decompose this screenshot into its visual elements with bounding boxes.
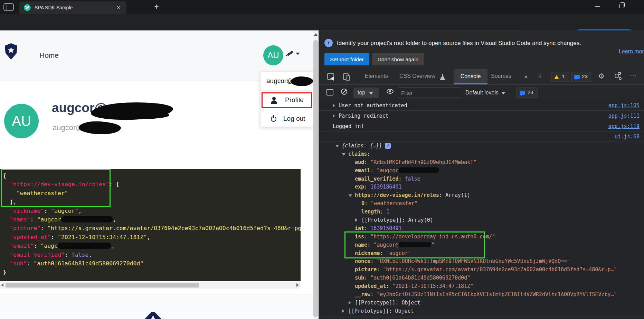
tree-row[interactable]: {claims: {…}}i bbox=[319, 142, 644, 150]
new-tab-button[interactable]: + bbox=[151, 2, 162, 12]
tree-row: sub: "auth0|61a64b81c49d580069270d0d" bbox=[319, 274, 644, 282]
nav-link-home[interactable]: Home bbox=[39, 51, 59, 60]
workspaces-icon[interactable] bbox=[3, 3, 14, 11]
vertical-scrollbar[interactable] bbox=[313, 30, 319, 319]
footer-logo-icon bbox=[144, 312, 162, 319]
redaction-blob bbox=[291, 76, 313, 86]
redaction-blob bbox=[58, 243, 111, 249]
person-icon bbox=[271, 97, 277, 103]
code-line: "name": "augcor, bbox=[3, 215, 301, 224]
info-icon: i bbox=[324, 39, 333, 47]
devtools-infobar: i Identify your project's root folder to… bbox=[319, 30, 644, 69]
annotation-green-box bbox=[1, 169, 111, 207]
source-link[interactable]: app.js:119 bbox=[608, 121, 640, 131]
message-count-badge[interactable]: 23 bbox=[517, 88, 538, 98]
frame-context-select[interactable]: top bbox=[353, 88, 379, 98]
code-line: "sub": "auth0|61a64b81c49d580069270d0d" bbox=[3, 259, 301, 268]
learn-more-link[interactable]: Learn more bbox=[619, 48, 644, 55]
live-expression-eye-icon[interactable] bbox=[387, 89, 394, 94]
scroll-up-icon[interactable] bbox=[314, 33, 318, 36]
tree-row: length: 1 bbox=[319, 208, 644, 216]
device-toolbar-icon[interactable] bbox=[343, 73, 349, 80]
tree-row: nonce: "UXNLbUl0UHc4Wk1iTmpSME9TQWFWSVN1… bbox=[319, 257, 644, 266]
tab-close-icon[interactable]: × bbox=[115, 4, 122, 11]
code-line: } bbox=[3, 268, 301, 276]
code-line: "email": "augc, bbox=[3, 241, 301, 250]
feedback-icon[interactable] bbox=[615, 74, 619, 78]
browser-window: SPA SDK Sample × + ← → i localhost:3000/… bbox=[0, 0, 644, 319]
chevron-down-icon[interactable] bbox=[296, 53, 300, 55]
code-line: "email_verified": false, bbox=[3, 250, 301, 259]
console-filter-input[interactable] bbox=[398, 88, 461, 98]
redaction-blob bbox=[398, 167, 439, 173]
infobar-message: Identify your project's root folder to o… bbox=[337, 40, 581, 47]
browser-tab[interactable]: SPA SDK Sample × bbox=[19, 1, 126, 14]
menu-item-label: Profile bbox=[285, 96, 304, 104]
scroll-right-icon[interactable] bbox=[296, 283, 299, 287]
redaction-blob bbox=[78, 121, 121, 135]
settings-gear-icon[interactable]: ⚙ bbox=[598, 72, 605, 80]
scrollbar-thumb[interactable] bbox=[313, 40, 318, 317]
console-message-row[interactable]: app.js:111Parsing redirect bbox=[319, 111, 644, 121]
chevron-down-icon bbox=[369, 92, 373, 94]
collapse-icon bbox=[349, 194, 352, 197]
console-message-row[interactable]: app.js:105User not authenticated bbox=[319, 100, 644, 111]
collapse-icon bbox=[335, 145, 339, 147]
info-badge-icon[interactable]: i bbox=[385, 143, 391, 149]
devtools-menu-icon[interactable]: … bbox=[630, 70, 636, 78]
tree-row[interactable]: [[Prototype]]: Array(0) bbox=[319, 216, 644, 225]
code-line: "picture": "https://s.gravatar.com/avata… bbox=[3, 224, 301, 233]
tree-row: picture: "https://s.gravatar.com/avatar/… bbox=[319, 266, 644, 274]
tree-row[interactable]: https://dev-visage.in/roles: Array(1) bbox=[319, 191, 644, 200]
chat-bubble-icon bbox=[574, 75, 580, 79]
tree-row[interactable]: claims: bbox=[319, 150, 644, 158]
expand-icon bbox=[333, 104, 335, 107]
object-tree: {claims: {…}}iclaims:aud: "RdbslMKOFwHd4… bbox=[319, 142, 644, 316]
clear-console-icon[interactable] bbox=[341, 89, 347, 95]
menu-item-profile[interactable]: Profile bbox=[261, 91, 313, 110]
power-icon bbox=[271, 116, 277, 122]
devtools-tab-bar: Elements CSS Overview Console Sources » … bbox=[319, 69, 644, 85]
tree-row: aud: "RdbslMKOFwHd4fn9GzO9whpJC4MebakT" bbox=[319, 158, 644, 167]
inspect-element-icon[interactable] bbox=[327, 73, 334, 80]
chat-bubble-icon bbox=[520, 91, 525, 95]
source-link[interactable]: app.js:105 bbox=[608, 100, 640, 111]
user-dropdown-menu: augcor@ Profile Log out bbox=[260, 72, 313, 127]
pen-cursor-icon bbox=[286, 49, 294, 57]
warning-badge[interactable]: 1 bbox=[551, 72, 569, 82]
browser-toolbar: ← → i localhost:3000/profile ☆+ ☆≡ + InP… bbox=[0, 14, 644, 30]
collapse-icon bbox=[342, 153, 345, 156]
tab-sources[interactable]: Sources bbox=[491, 73, 511, 79]
add-panel-icon[interactable]: + bbox=[538, 72, 542, 80]
scroll-left-icon[interactable] bbox=[1, 283, 3, 287]
dont-show-again-button[interactable]: Don't show again bbox=[372, 53, 424, 65]
message-count-badge[interactable]: 23 bbox=[571, 72, 591, 82]
nav-user-avatar[interactable]: AU bbox=[263, 45, 283, 65]
console-sidebar-icon[interactable]: → bbox=[326, 89, 333, 95]
menu-item-logout[interactable]: Log out bbox=[261, 110, 313, 127]
source-link[interactable]: app.js:111 bbox=[608, 111, 640, 121]
tree-row[interactable]: [[Prototype]]: Object bbox=[319, 307, 644, 316]
tree-row[interactable]: [[Prototype]]: Object bbox=[319, 299, 644, 307]
menu-header: augcor@ bbox=[261, 72, 313, 90]
console-output: app.js:105User not authenticatedapp.js:1… bbox=[319, 100, 644, 319]
tree-row: email: "augcor bbox=[319, 167, 644, 175]
window-minimize-button[interactable] bbox=[595, 6, 600, 7]
tab-elements[interactable]: Elements bbox=[365, 73, 388, 79]
auth0-logo-icon bbox=[4, 43, 18, 60]
window-restore-button[interactable] bbox=[619, 4, 624, 8]
tab-css-overview[interactable]: CSS Overview bbox=[399, 73, 435, 79]
favicon-syringe-icon bbox=[24, 4, 31, 11]
console-toolbar: → top Default levels 23 bbox=[319, 85, 644, 100]
tab-console[interactable]: Console bbox=[454, 69, 487, 84]
source-link[interactable]: ui.js:68 bbox=[615, 131, 640, 142]
tree-row: updated_at: "2021-12-10T15:34:47.181Z" bbox=[319, 282, 644, 291]
tree-row: __raw: "eyJhbGciOiJSUzI1NiIsInR5cCI6IkpX… bbox=[319, 291, 644, 299]
more-tabs-icon[interactable]: » bbox=[524, 73, 528, 80]
set-root-folder-button[interactable]: Set root folder bbox=[324, 53, 369, 65]
horizontal-scrollbar[interactable] bbox=[0, 282, 301, 289]
scrollbar-thumb[interactable] bbox=[6, 283, 199, 288]
annotation-green-box bbox=[344, 231, 485, 258]
tree-row: 0: "weathercaster" bbox=[319, 200, 644, 208]
log-levels-select[interactable]: Default levels bbox=[465, 88, 505, 98]
